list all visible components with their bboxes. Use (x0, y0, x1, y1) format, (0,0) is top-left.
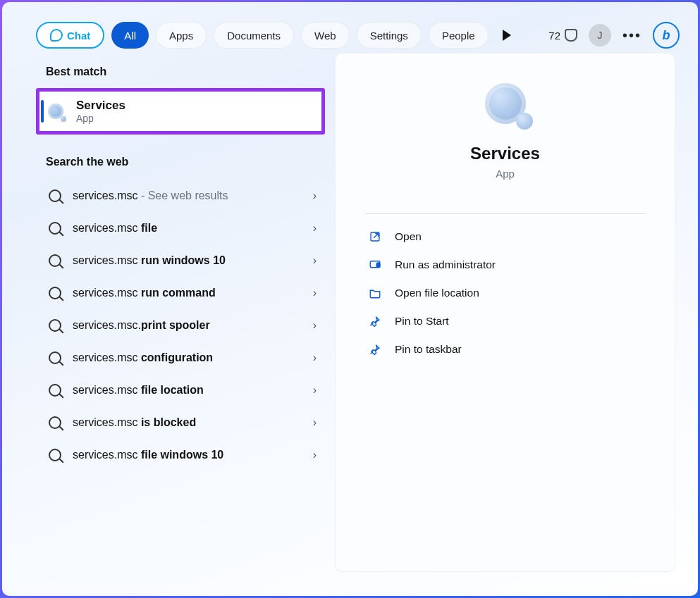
best-match-header: Best match (36, 53, 325, 85)
chevron-right-icon: › (313, 416, 317, 429)
web-result-text: services.msc - See web results (73, 189, 302, 202)
web-result-row[interactable]: services.msc file windows 10› (36, 439, 325, 471)
search-icon (49, 449, 61, 461)
chat-tab[interactable]: Chat (36, 22, 104, 49)
search-icon (49, 222, 61, 235)
bing-button[interactable]: b (653, 22, 680, 49)
chevron-right-icon: › (313, 319, 317, 332)
search-icon (49, 254, 61, 267)
action-run-as-administrator[interactable]: Run as administrator (365, 251, 645, 279)
best-match-title: Services (76, 99, 125, 113)
bing-b-icon: b (663, 28, 670, 43)
services-gear-icon (45, 101, 66, 122)
action-pin-to-start[interactable]: Pin to Start (365, 307, 645, 335)
topbar-right-cluster: 72 J ••• b (548, 22, 680, 49)
filter-tab-label: Web (314, 30, 336, 42)
user-avatar[interactable]: J (589, 24, 611, 46)
preview-title: Services (470, 144, 540, 163)
web-result-text: services.msc run windows 10 (73, 254, 302, 267)
search-icon (49, 287, 61, 299)
chat-bubble-icon (50, 29, 63, 42)
action-label: Run as administrator (395, 258, 496, 271)
more-options-icon[interactable]: ••• (622, 27, 641, 44)
action-label: Pin to Start (395, 315, 449, 328)
chevron-right-icon: › (313, 189, 317, 202)
web-result-row[interactable]: services.msc file location› (36, 374, 325, 406)
web-result-row[interactable]: services.msc run command› (36, 277, 325, 309)
web-result-row[interactable]: services.msc run windows 10› (36, 244, 325, 277)
chevron-right-icon: › (313, 222, 317, 235)
search-icon (49, 319, 61, 332)
best-match-result[interactable]: Services App (36, 88, 325, 135)
filter-tab-all[interactable]: All (111, 22, 149, 49)
search-web-header: Search the web (36, 140, 325, 175)
services-gear-icon (485, 83, 526, 124)
search-icon (49, 384, 61, 397)
action-label: Open file location (395, 287, 479, 299)
pin-icon (368, 342, 382, 356)
chat-tab-label: Chat (67, 30, 90, 42)
search-icon (49, 416, 61, 429)
web-results-list: services.msc - See web results›services.… (36, 175, 325, 471)
filter-tab-label: Apps (169, 30, 193, 42)
preview-subtitle: App (496, 168, 515, 180)
filter-tab-label: Settings (370, 30, 408, 42)
action-open[interactable]: Open (365, 223, 645, 251)
web-result-text: services.msc file (73, 222, 302, 235)
avatar-initial: J (597, 30, 602, 41)
web-result-row[interactable]: services.msc configuration› (36, 342, 325, 374)
web-result-text: services.msc.print spooler (73, 319, 302, 332)
open-icon (368, 230, 382, 244)
results-column: Best match Services App Search the web s… (36, 53, 325, 572)
filters-topbar: Chat All Apps Documents Web Settings Peo… (2, 2, 698, 53)
web-result-row[interactable]: services.msc.print spooler› (36, 309, 325, 342)
panel-divider (365, 213, 645, 214)
web-result-text: services.msc file windows 10 (73, 449, 302, 461)
filter-tab-settings[interactable]: Settings (357, 22, 422, 49)
best-match-subtitle: App (76, 113, 125, 124)
web-result-text: services.msc file location (73, 384, 302, 397)
medal-icon (565, 29, 577, 42)
web-result-text: services.msc configuration (73, 351, 302, 364)
filter-tab-documents[interactable]: Documents (214, 22, 294, 49)
scroll-right-arrow-icon[interactable] (503, 30, 511, 41)
web-result-text: services.msc run command (73, 287, 302, 299)
filter-tab-web[interactable]: Web (301, 22, 350, 49)
filter-tab-apps[interactable]: Apps (156, 22, 207, 49)
web-result-row[interactable]: services.msc file› (36, 212, 325, 244)
search-window: Chat All Apps Documents Web Settings Peo… (2, 2, 698, 596)
chevron-right-icon: › (313, 351, 317, 364)
points-value: 72 (548, 30, 560, 42)
rewards-points[interactable]: 72 (548, 29, 577, 42)
folder-icon (368, 286, 382, 300)
chevron-right-icon: › (313, 254, 317, 267)
pin-icon (368, 314, 382, 328)
action-open-file-location[interactable]: Open file location (365, 279, 645, 307)
search-icon (49, 189, 61, 202)
filter-tab-label: People (442, 30, 475, 42)
chevron-right-icon: › (313, 287, 317, 299)
filter-tab-label: Documents (227, 30, 281, 42)
action-pin-to-taskbar[interactable]: Pin to taskbar (365, 335, 645, 363)
actions-list: OpenRun as administratorOpen file locati… (365, 223, 645, 363)
filter-tab-label: All (124, 30, 136, 42)
action-label: Pin to taskbar (395, 343, 462, 356)
web-result-row[interactable]: services.msc is blocked› (36, 406, 325, 439)
filter-tab-people[interactable]: People (429, 22, 489, 49)
chevron-right-icon: › (313, 384, 317, 397)
action-label: Open (395, 230, 422, 243)
chevron-right-icon: › (313, 449, 317, 461)
web-result-text: services.msc is blocked (73, 416, 302, 429)
shield-icon (368, 258, 382, 272)
web-result-row[interactable]: services.msc - See web results› (36, 180, 325, 212)
search-icon (49, 351, 61, 364)
preview-panel: Services App OpenRun as administratorOpe… (335, 53, 675, 572)
